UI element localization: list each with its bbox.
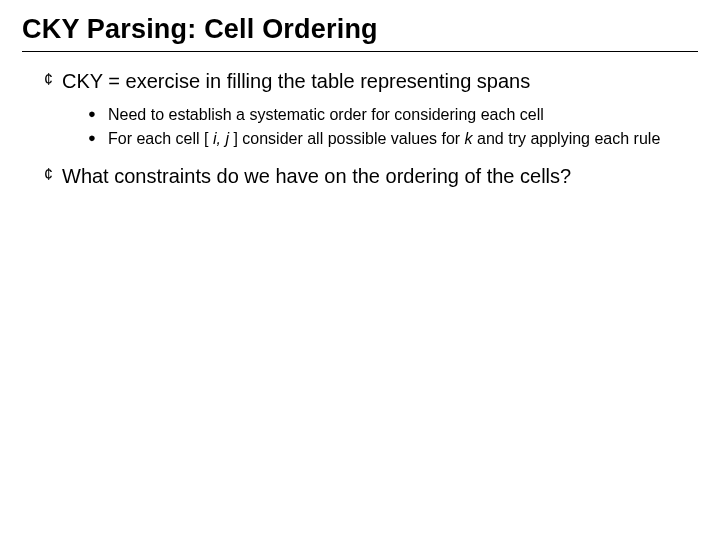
- italic-variable: i, j: [213, 130, 229, 147]
- text-fragment: ] consider all possible values for: [229, 130, 465, 147]
- bullet-level2: ● For each cell [ i, j ] consider all po…: [88, 128, 698, 150]
- hollow-square-icon: ¢: [44, 68, 62, 92]
- slide: CKY Parsing: Cell Ordering ¢ CKY = exerc…: [0, 0, 720, 540]
- sub-bullet-group: ● Need to establish a systematic order f…: [88, 104, 698, 149]
- bullet-text: CKY = exercise in filling the table repr…: [62, 68, 698, 94]
- title-underline: [22, 51, 698, 52]
- text-fragment: For each cell [: [108, 130, 213, 147]
- bullet-level2: ● Need to establish a systematic order f…: [88, 104, 698, 126]
- slide-title: CKY Parsing: Cell Ordering: [22, 14, 698, 45]
- disc-icon: ●: [88, 128, 108, 149]
- bullet-text: Need to establish a systematic order for…: [108, 104, 698, 126]
- italic-variable: k: [465, 130, 473, 147]
- bullet-level1: ¢ CKY = exercise in filling the table re…: [44, 68, 698, 94]
- bullet-level1: ¢ What constraints do we have on the ord…: [44, 163, 698, 189]
- bullet-text: What constraints do we have on the order…: [62, 163, 698, 189]
- text-fragment: and try applying each rule: [473, 130, 661, 147]
- bullet-text: For each cell [ i, j ] consider all poss…: [108, 128, 698, 150]
- disc-icon: ●: [88, 104, 108, 125]
- hollow-square-icon: ¢: [44, 163, 62, 187]
